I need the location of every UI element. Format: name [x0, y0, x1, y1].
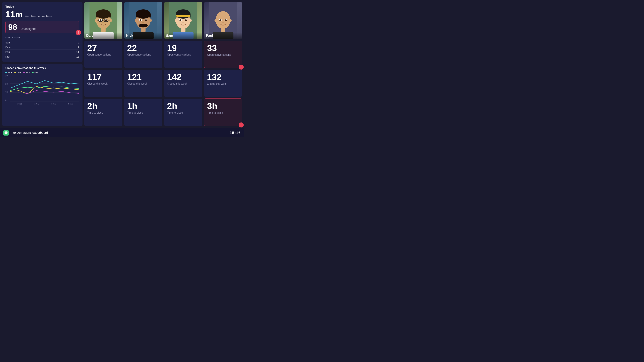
- agent-photo-name: Sam: [164, 32, 202, 39]
- y-axis-labels: 30 20 10 0: [5, 75, 10, 102]
- legend-item: Paul: [23, 71, 30, 74]
- agent-frt-list: Sam9Dale11Paul11Nick13: [5, 40, 79, 59]
- agent-photo-name: Dale: [84, 32, 122, 39]
- unassigned-label: Unassigned: [20, 27, 36, 31]
- closed-this-week-card-sam: 142 Closed this week: [164, 70, 202, 97]
- svg-point-55: [186, 20, 186, 20]
- closed-count: 121: [127, 72, 159, 82]
- brand-section: Intercom agent leaderboard: [3, 130, 48, 136]
- agent-photo-paul: Paul: [204, 2, 242, 39]
- today-label: Today: [5, 5, 79, 8]
- ttc-count: 3h: [207, 101, 239, 111]
- open-count: 33: [207, 44, 239, 53]
- frt-agent-row: Nick13: [5, 54, 79, 59]
- open-conversations-card-sam: 19 Open conversations: [164, 40, 202, 68]
- svg-rect-31: [136, 14, 150, 18]
- frt-description: First Response Time: [24, 14, 52, 18]
- ttc-label: Time to close: [207, 112, 239, 114]
- frt-agent-row: Sam9: [5, 40, 79, 45]
- chart-card: Closed conversations this week SamDalePa…: [2, 64, 82, 126]
- time-to-close-card-sam: 2h Time to close: [164, 99, 202, 126]
- agent-col-dale: Dale 27 Open conversations 117 Closed th…: [84, 2, 122, 126]
- agent-photo-name: Paul: [204, 32, 242, 39]
- y-max: 30: [5, 75, 10, 77]
- chart-svg-area: [10, 75, 79, 102]
- unassigned-count: 98: [8, 23, 17, 31]
- svg-point-75: [6, 132, 7, 133]
- svg-point-54: [180, 20, 181, 20]
- intercom-logo: [3, 130, 9, 136]
- agent-photo-nick: Nick: [124, 2, 162, 39]
- svg-point-16: [106, 20, 107, 20]
- svg-rect-10: [96, 14, 111, 18]
- agent-col-nick: Nick 22 Open conversations 121 Closed th…: [124, 2, 162, 126]
- svg-point-40: [150, 19, 152, 22]
- open-label: Open conversations: [87, 53, 120, 56]
- y-min: 0: [5, 99, 10, 102]
- frt-main: 11m First Response Time: [5, 10, 79, 18]
- brand-name: Intercom agent leaderboard: [11, 131, 48, 134]
- svg-point-73: [5, 132, 6, 133]
- chart-title: Closed conversations this week: [5, 66, 79, 70]
- svg-point-23: [95, 19, 97, 22]
- ttc-count: 1h: [127, 101, 159, 111]
- agents-grid: Dale 27 Open conversations 117 Closed th…: [84, 2, 242, 126]
- closed-count: 117: [87, 72, 120, 82]
- ttc-count: 2h: [167, 101, 199, 111]
- time-to-close-card-nick: 1h Time to close: [124, 99, 162, 126]
- frt-by-agent-section: FRT by agent Sam9Dale11Paul11Nick13: [5, 36, 79, 59]
- open-label: Open conversations: [167, 53, 199, 56]
- agent-photo-name: Nick: [124, 32, 162, 39]
- closed-this-week-card-paul: 132 Closed this week: [204, 70, 242, 97]
- ttc-label: Time to close: [167, 111, 199, 114]
- closed-count: 142: [167, 72, 199, 82]
- svg-point-63: [216, 11, 230, 29]
- svg-point-22: [102, 22, 104, 23]
- svg-point-39: [135, 19, 137, 22]
- intercom-logo-icon: [4, 131, 8, 135]
- svg-point-37: [146, 20, 146, 20]
- closed-this-week-card-nick: 121 Closed this week: [124, 70, 162, 97]
- svg-point-38: [142, 22, 144, 23]
- open-count: 22: [127, 43, 159, 53]
- unassigned-alert-badge: !: [76, 30, 81, 35]
- agent-photo-dale: Dale: [84, 2, 122, 39]
- today-card: Today 11m First Response Time 98 Unassig…: [2, 2, 82, 62]
- svg-point-58: [189, 19, 192, 22]
- closed-this-week-card-dale: 117 Closed this week: [84, 70, 122, 97]
- legend-item: Sam: [5, 71, 12, 74]
- svg-point-74: [6, 132, 6, 133]
- unassigned-box: 98 Unassigned !: [5, 21, 79, 34]
- svg-point-36: [140, 20, 141, 20]
- open-label: Open conversations: [127, 53, 159, 56]
- stat-alert-badge: !: [239, 122, 244, 128]
- ttc-count: 2h: [87, 101, 120, 111]
- current-time: 15:16: [230, 131, 241, 135]
- open-conversations-card-nick: 22 Open conversations: [124, 40, 162, 68]
- time-to-close-card-paul: 3h Time to close !: [204, 98, 242, 126]
- frt-agent-row: Paul11: [5, 50, 79, 54]
- svg-point-24: [110, 19, 112, 22]
- svg-point-71: [214, 19, 217, 22]
- open-conversations-card-paul: 33 Open conversations !: [204, 40, 242, 68]
- time-to-close-card-dale: 2h Time to close: [84, 99, 122, 126]
- ttc-label: Time to close: [127, 111, 159, 114]
- svg-point-69: [226, 20, 226, 20]
- agent-photo-sam: Sam: [164, 2, 202, 39]
- closed-label: Closed this week: [127, 82, 159, 85]
- ttc-label: Time to close: [87, 111, 120, 114]
- closed-count: 132: [207, 72, 239, 82]
- frt-by-agent-title: FRT by agent: [5, 36, 79, 39]
- agent-col-paul: Paul 33 Open conversations ! 132 Closed …: [204, 2, 242, 126]
- legend-item: Nick: [32, 71, 38, 74]
- closed-label: Closed this week: [87, 82, 120, 85]
- svg-point-72: [229, 19, 232, 22]
- frt-time: 11m: [5, 10, 23, 18]
- chart-legend: SamDalePaulNick: [5, 71, 79, 74]
- chart-svg: [10, 75, 79, 102]
- agent-col-sam: Sam 19 Open conversations 142 Closed thi…: [164, 2, 202, 126]
- legend-item: Dale: [14, 71, 21, 74]
- stat-alert-badge: !: [239, 64, 244, 70]
- open-count: 27: [87, 43, 120, 53]
- svg-point-15: [100, 20, 101, 20]
